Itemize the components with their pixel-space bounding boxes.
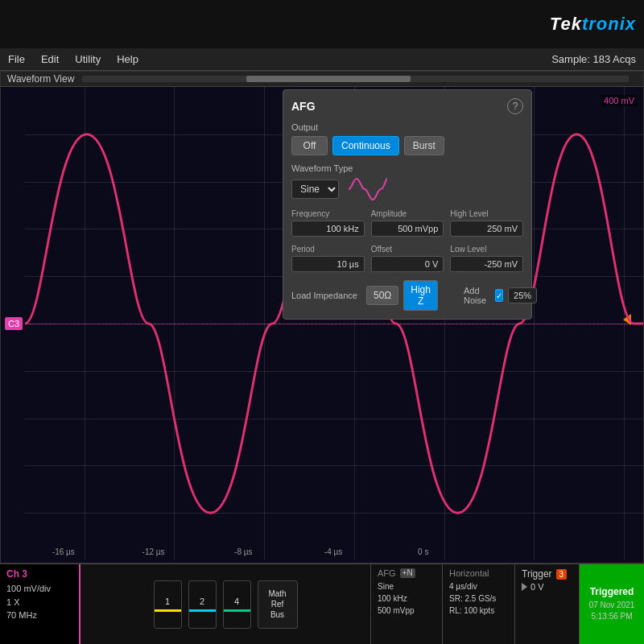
afg-amplitude-value[interactable]: 500 mVpp [371, 221, 444, 237]
triggered-text: Triggered [590, 586, 634, 597]
logo-tek: Tek [550, 14, 582, 34]
time-marker-3: -8 µs [234, 547, 252, 556]
afg-offset-group: Offset 0 V [371, 245, 444, 272]
sample-info: Sample: 183 Acqs [551, 53, 636, 65]
afg-load-highz-button[interactable]: High Z [403, 280, 438, 311]
trigger-ch-badge: 3 [556, 569, 568, 580]
afg-waveform-select[interactable]: Sine [291, 180, 339, 199]
bottom-ch3-info: 100 mV/div 1 X 70 MHz [6, 582, 72, 622]
bottom-ch3-label: Ch 3 [6, 568, 72, 580]
afg-waveform-type-row: Sine [291, 177, 523, 201]
waveform-scroll-thumb [246, 76, 411, 82]
afg-load-impedance-label: Load Impedance [291, 291, 357, 300]
ch3-mv: 100 mV/div [6, 582, 72, 596]
afg-row-freq: Frequency 100 kHz Amplitude 500 mVpp Hig… [291, 209, 523, 237]
ch3-x: 1 X [6, 596, 72, 609]
ch4-label: 4 [234, 597, 239, 606]
afg-high-level-group: High Level 250 mV [450, 209, 523, 237]
ch3-label: C3 [5, 317, 23, 330]
triggered-date: 07 Nov 2021 5:13:56 PM [589, 600, 635, 622]
afg-period-label: Period [291, 245, 365, 254]
afg-frequency-group: Frequency 100 kHz [291, 209, 365, 237]
triggered-date-text: 07 Nov 2021 [589, 600, 635, 611]
afg-panel: AFG ? Output Off Continuous Burst Wavefo… [283, 89, 532, 320]
time-marker-2: -12 µs [142, 547, 165, 556]
menu-help[interactable]: Help [117, 53, 138, 65]
afg-noise-checkbox[interactable]: ✓ [495, 289, 503, 302]
afg-header: AFG ? [291, 98, 523, 114]
main-area: Waveform View [0, 71, 644, 564]
trigger-label-row: Trigger 3 [522, 568, 572, 580]
time-marker-1: -16 µs [52, 547, 75, 556]
bottom-afg-freq: 100 kHz [378, 592, 436, 605]
afg-continuous-button[interactable]: Continuous [332, 136, 399, 155]
menu-utility[interactable]: Utility [75, 53, 101, 65]
afg-low-level-group: Low Level -250 mV [450, 245, 523, 272]
afg-offset-value[interactable]: 0 V [371, 256, 444, 272]
afg-noise-value[interactable]: 25% [508, 287, 537, 303]
afg-period-value[interactable]: 10 µs [291, 256, 365, 272]
afg-amplitude-label: Amplitude [371, 209, 444, 218]
afg-low-level-label: Low Level [450, 245, 523, 254]
bottom-afg[interactable]: AFG +N Sine 100 kHz 500 mVpp [370, 564, 443, 644]
ch2-box[interactable]: 2 [188, 580, 217, 629]
bottom-horizontal-info: 4 µs/div SR: 2.5 GS/s RL: 100 kpts [449, 580, 508, 617]
bottom-afg-label-text: AFG [378, 568, 396, 578]
afg-off-button[interactable]: Off [291, 136, 328, 155]
bottom-triggered: Triggered 07 Nov 2021 5:13:56 PM [580, 564, 644, 644]
waveform-title-text: Waveform View [7, 73, 74, 85]
afg-add-noise-label: Add Noise [464, 286, 486, 305]
bottom-afg-wave: Sine [378, 580, 436, 592]
sine-preview [347, 177, 387, 201]
bottom-afg-header: AFG +N [378, 568, 436, 578]
bottom-horiz-div: 4 µs/div [449, 580, 508, 592]
math-ref-bus-box[interactable]: MathRefBus [258, 580, 298, 629]
afg-waveform-type-label: Waveform Type [291, 163, 523, 173]
time-marker-5: 0 s [418, 547, 428, 556]
bottom-ch3[interactable]: Ch 3 100 mV/div 1 X 70 MHz [0, 564, 80, 644]
waveform-scroll[interactable] [82, 76, 629, 82]
top-bar: Tektronix [0, 0, 644, 48]
afg-amplitude-group: Amplitude 500 mVpp [371, 209, 444, 237]
afg-frequency-label: Frequency [291, 209, 365, 218]
afg-title: AFG [291, 100, 316, 113]
ch4-box[interactable]: 4 [223, 580, 251, 629]
trigger-label-text: Trigger [522, 568, 552, 580]
logo-tronix: tronix [582, 14, 636, 34]
bottom-trigger[interactable]: Trigger 3 0 V [515, 564, 580, 644]
trigger-level: 0 V [522, 582, 572, 592]
afg-low-level-value[interactable]: -250 mV [450, 256, 523, 272]
afg-burst-button[interactable]: Burst [404, 136, 444, 155]
math-ref-bus-label: MathRefBus [268, 588, 286, 620]
bottom-afg-ampl: 500 mVpp [378, 605, 436, 617]
menu-edit[interactable]: Edit [41, 53, 59, 65]
afg-frequency-value[interactable]: 100 kHz [291, 221, 365, 237]
menu-file[interactable]: File [8, 53, 25, 65]
bottom-horizontal-label: Horizontal [449, 568, 508, 578]
afg-output-row: Off Continuous Burst [291, 136, 523, 155]
bottom-afg-badge: +N [400, 568, 415, 578]
bottom-horiz-rl: RL: 100 kpts [449, 605, 508, 617]
afg-load-50-button[interactable]: 50Ω [366, 286, 398, 305]
afg-high-level-label: High Level [450, 209, 523, 218]
afg-help-button[interactable]: ? [507, 98, 523, 114]
bottom-horizontal[interactable]: Horizontal 4 µs/div SR: 2.5 GS/s RL: 100… [443, 564, 515, 644]
bottom-afg-info: Sine 100 kHz 500 mVpp [378, 580, 436, 617]
ch3-mhz: 70 MHz [6, 609, 72, 622]
ch1-label: 1 [165, 597, 170, 606]
time-marker-4: -4 µs [324, 547, 342, 556]
trigger-level-value: 0 V [530, 582, 544, 592]
bottom-horiz-sr: SR: 2.5 GS/s [449, 592, 508, 605]
ch1-color [155, 609, 181, 612]
tektronix-logo: Tektronix [550, 14, 636, 35]
ch2-color [189, 609, 216, 612]
afg-high-level-value[interactable]: 250 mV [450, 221, 523, 237]
menu-bar: File Edit Utility Help Sample: 183 Acqs [0, 48, 644, 71]
bottom-channel-buttons: 1 2 4 MathRefBus [80, 564, 370, 644]
ch2-label: 2 [200, 597, 204, 606]
triggered-time-text: 5:13:56 PM [589, 611, 635, 622]
ch1-box[interactable]: 1 [154, 580, 182, 629]
afg-offset-label: Offset [371, 245, 444, 254]
waveform-panel: Waveform View [0, 71, 644, 564]
ch4-color [224, 609, 250, 612]
